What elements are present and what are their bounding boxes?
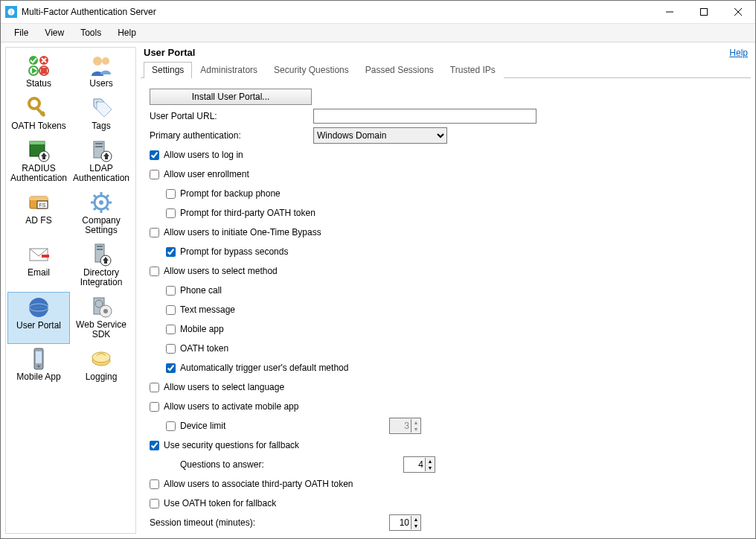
chk-mobile-app[interactable]: [166, 325, 176, 334]
sidebar-item-mobile-app[interactable]: Mobile App: [7, 344, 70, 386]
svg-point-35: [99, 200, 103, 205]
tags-icon: [89, 96, 113, 120]
down-icon[interactable]: ▼: [411, 523, 420, 529]
sidebar-item-label: Status: [26, 79, 51, 89]
chk-allow-enrollment[interactable]: [150, 170, 159, 179]
chk-allow-activate-mobile[interactable]: [150, 402, 159, 412]
titlebar: i Multi-Factor Authentication Server: [1, 1, 755, 24]
sidebar-item-label: Logging: [86, 372, 118, 382]
svg-rect-47: [97, 246, 103, 247]
main-panel: User Portal Help Settings Administrators…: [141, 47, 751, 534]
sidebar-item-label: DirectoryIntegration: [80, 268, 123, 287]
sidebar-item-label: OATH Tokens: [11, 121, 66, 131]
install-user-portal-button[interactable]: Install User Portal...: [150, 89, 312, 105]
sidebar-item-users[interactable]: Users: [70, 51, 132, 93]
svg-line-43: [94, 207, 97, 210]
sidebar-item-radius-auth[interactable]: RADIUSAuthentication: [7, 135, 70, 188]
chk-oath-token[interactable]: [166, 344, 176, 354]
questions-to-answer-label: Questions to answer:: [166, 459, 403, 470]
session-timeout-stepper[interactable]: ▲▼: [389, 514, 421, 531]
maximize-button[interactable]: [687, 1, 721, 23]
up-icon[interactable]: ▲: [426, 458, 435, 465]
sidebar-item-label: AD FS: [25, 216, 51, 226]
chk-label: Phone call: [180, 285, 222, 296]
chk-prompt-oath-token[interactable]: [166, 208, 176, 218]
sidebar-item-web-service-sdk[interactable]: Web ServiceSDK: [70, 292, 132, 344]
questions-stepper[interactable]: ▲▼: [403, 456, 435, 473]
tab-trusted-ips[interactable]: Trusted IPs: [442, 62, 504, 78]
close-button[interactable]: [721, 1, 755, 23]
sidebar-item-logging[interactable]: Logging: [70, 344, 132, 386]
up-icon[interactable]: ▲: [411, 516, 420, 523]
chk-prompt-bypass-seconds[interactable]: [166, 247, 176, 257]
sidebar-item-directory-integration[interactable]: DirectoryIntegration: [70, 240, 132, 292]
svg-rect-48: [97, 249, 103, 250]
primary-auth-select[interactable]: Windows Domain: [313, 127, 447, 144]
svg-rect-51: [104, 261, 107, 264]
chk-label: Use OATH token for fallback: [164, 498, 276, 508]
chk-label: Allow users to select method: [164, 266, 278, 276]
gear-icon: [89, 191, 113, 214]
sidebar: Status Users OATH Tokens Tags RADIUSAuth…: [5, 47, 136, 534]
chk-security-questions[interactable]: [150, 441, 159, 450]
chk-allow-login[interactable]: [150, 150, 159, 160]
chk-label: Allow users to select language: [164, 382, 284, 392]
chk-device-limit[interactable]: [166, 421, 176, 431]
sidebar-item-tags[interactable]: Tags: [70, 93, 132, 135]
svg-point-13: [93, 57, 102, 66]
globe-icon: [27, 296, 51, 319]
sidebar-item-company-settings[interactable]: CompanySettings: [70, 188, 132, 240]
help-link[interactable]: Help: [729, 48, 748, 58]
chk-associate-oath[interactable]: [150, 479, 159, 489]
sidebar-item-label: Email: [28, 268, 50, 278]
menu-file[interactable]: File: [7, 25, 36, 40]
session-timeout-label: Session timeout (minutes):: [150, 517, 389, 528]
tab-administrators[interactable]: Administrators: [192, 62, 266, 78]
radius-icon: [27, 138, 51, 162]
sidebar-item-user-portal[interactable]: User Portal: [7, 292, 70, 344]
sidebar-item-label: LDAPAuthentication: [73, 164, 129, 183]
sidebar-item-adfs[interactable]: FS AD FS: [7, 188, 70, 240]
tab-security-questions[interactable]: Security Questions: [266, 62, 357, 78]
tab-settings[interactable]: Settings: [144, 62, 192, 78]
svg-rect-59: [36, 351, 42, 363]
sidebar-item-label: RADIUSAuthentication: [10, 164, 67, 183]
sidebar-item-oath-tokens[interactable]: OATH Tokens: [7, 93, 70, 135]
server-icon: [89, 243, 113, 267]
svg-point-7: [29, 56, 38, 65]
chk-allow-select-method[interactable]: [150, 267, 159, 276]
sdk-icon: [89, 295, 113, 319]
chk-auto-default-method[interactable]: [166, 363, 176, 373]
logging-icon: [89, 347, 113, 371]
user-portal-url-input[interactable]: [313, 109, 536, 124]
chk-oath-fallback[interactable]: [150, 499, 159, 508]
svg-point-15: [29, 98, 39, 109]
down-icon[interactable]: ▼: [426, 465, 435, 471]
chk-text-message[interactable]: [166, 305, 176, 315]
menu-tools[interactable]: Tools: [73, 25, 109, 40]
chk-label: Allow users to associate third-party OAT…: [164, 479, 353, 489]
tab-passed-sessions[interactable]: Passed Sessions: [357, 62, 442, 78]
svg-line-41: [106, 207, 109, 210]
menu-view[interactable]: View: [37, 25, 71, 40]
chk-prompt-backup-phone[interactable]: [166, 189, 176, 199]
menu-help[interactable]: Help: [110, 25, 144, 40]
chk-allow-language[interactable]: [150, 383, 159, 392]
chk-allow-bypass[interactable]: [150, 228, 159, 237]
users-icon: [89, 54, 113, 77]
sidebar-item-status[interactable]: Status: [7, 51, 70, 93]
ldap-icon: [89, 138, 113, 162]
chk-phone-call[interactable]: [166, 286, 176, 296]
svg-rect-23: [42, 156, 45, 159]
mobile-icon: [27, 347, 51, 371]
svg-rect-25: [95, 143, 103, 144]
svg-point-57: [103, 309, 108, 313]
svg-rect-12: [41, 68, 47, 74]
sidebar-item-label: Web ServiceSDK: [76, 320, 126, 339]
svg-rect-45: [42, 255, 49, 258]
svg-marker-10: [32, 68, 37, 74]
sidebar-item-email[interactable]: Email: [7, 240, 70, 292]
minimize-button[interactable]: [653, 1, 687, 23]
chk-label: Allow users to activate mobile app: [164, 401, 298, 412]
sidebar-item-ldap-auth[interactable]: LDAPAuthentication: [70, 135, 132, 188]
